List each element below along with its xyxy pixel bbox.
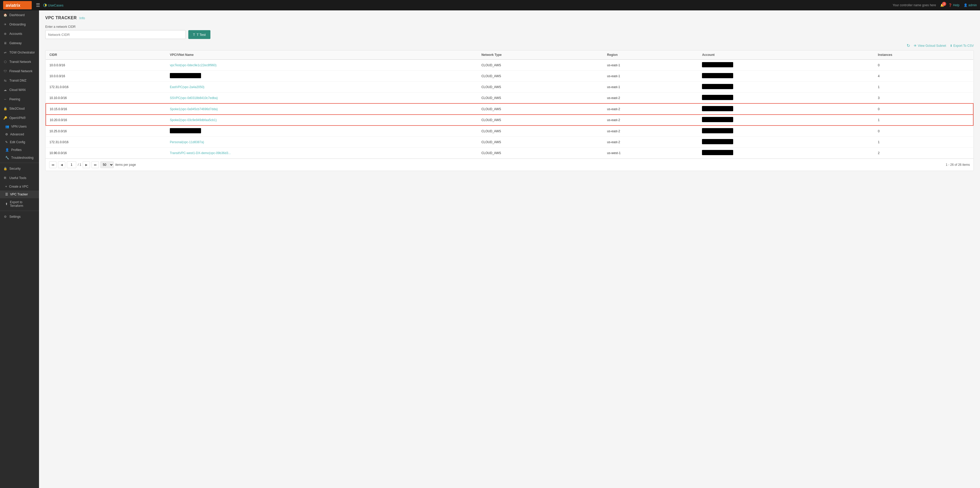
admin-link[interactable]: 👤 admin <box>964 3 977 7</box>
users-icon: 👥 <box>5 125 9 128</box>
hamburger-icon[interactable]: ☰ <box>36 2 40 8</box>
export-csv-button[interactable]: ⬇ Export To CSV <box>950 44 974 48</box>
main-layout: 🏠 Dashboard ✈ Onboarding ⊕ Accounts 🖥 Ga… <box>0 10 980 488</box>
sidebar-item-cloud-wan[interactable]: ☁ Cloud WAN <box>0 85 39 95</box>
cell-instances: 1 <box>874 115 973 126</box>
sidebar-item-profiles[interactable]: 👤 Profiles <box>0 146 39 154</box>
cell-vpc-name[interactable]: TransitVPC-west1-DX-demo(vpc-09b36d3... <box>166 147 478 158</box>
page-input[interactable] <box>67 162 76 168</box>
cell-network-type: CLOUD_AWS <box>478 125 603 137</box>
sidebar-item-settings[interactable]: ⚙ Settings <box>0 212 39 222</box>
table-row: 10.15.0.0/16Spoke1(vpc-0a945cb74696d7dda… <box>46 103 973 115</box>
sidebar-item-create-vpc[interactable]: + Create a VPC <box>0 183 39 190</box>
house-icon: 🏠 <box>3 13 7 17</box>
cell-vpc-name <box>166 71 478 82</box>
table-row: 10.25.0.0/16CLOUD_AWSus-east-20 <box>46 125 973 137</box>
cell-cidr: 10.10.0.0/16 <box>46 92 166 104</box>
shield-icon: 🛡 <box>3 69 7 73</box>
arrows-icon: ↔ <box>3 97 7 101</box>
cell-vpc-name[interactable]: vpcTest(vpc-0dec9e1c22ec8f960) <box>166 60 478 71</box>
sidebar-item-accounts[interactable]: ⊕ Accounts <box>0 29 39 38</box>
transit-icon: ⇆ <box>3 78 7 82</box>
items-per-page-select[interactable]: 50 25 100 <box>100 162 114 168</box>
cell-cidr: 10.20.0.0/16 <box>46 115 166 126</box>
total-pages: / 1 <box>78 163 81 166</box>
svg-text:aviatrix: aviatrix <box>6 3 20 8</box>
cell-cidr: 10.90.0.0/16 <box>46 147 166 158</box>
prev-page-button[interactable]: ◀ <box>58 162 65 168</box>
sidebar-item-onboarding[interactable]: ✈ Onboarding <box>0 20 39 29</box>
info-link[interactable]: Info <box>80 16 85 20</box>
cell-account <box>698 82 874 92</box>
help-link[interactable]: ❓ Help <box>948 3 959 7</box>
sidebar-item-useful-tools[interactable]: 🛠 Useful Tools <box>0 173 39 183</box>
cidr-input[interactable] <box>45 30 186 39</box>
first-page-button[interactable]: ⏮ <box>49 162 56 168</box>
main-content: VPC TRACKER Info Enter a network CIDR T … <box>39 10 980 488</box>
vpc-table: CIDR VPC/VNet Name Network Type Region A… <box>46 51 974 158</box>
logo[interactable]: aviatrix <box>3 1 32 10</box>
cell-region: us-east-1 <box>603 71 698 82</box>
sidebar-item-openvpn[interactable]: 🔑 OpenVPN® <box>0 113 39 123</box>
cidr-row: T T Test <box>45 30 974 39</box>
controller-name: Your controller name goes here <box>892 3 936 7</box>
test-button[interactable]: T T Test <box>188 30 210 39</box>
col-account: Account <box>698 51 874 60</box>
cell-instances: 1 <box>874 82 973 92</box>
next-page-button[interactable]: ▶ <box>83 162 90 168</box>
sidebar-item-tgw-orchestrator[interactable]: ⇌ TGW Orchestrator <box>0 48 39 57</box>
view-gcloud-button[interactable]: 👁 View Gcloud Subnet <box>914 44 946 48</box>
gear-icon: ⚙ <box>5 133 8 136</box>
sidebar-item-security[interactable]: 🔒 Security <box>0 164 39 173</box>
table-row: 10.0.0.0/16CLOUD_AWSus-east-14 <box>46 71 973 82</box>
sidebar-item-firewall-network[interactable]: 🛡 Firewall Network <box>0 67 39 76</box>
sidebar: 🏠 Dashboard ✈ Onboarding ⊕ Accounts 🖥 Ga… <box>0 10 39 488</box>
sidebar-item-dashboard[interactable]: 🏠 Dashboard <box>0 10 39 20</box>
cell-vpc-name[interactable]: Spoke2(vpc-03c9e949dbfaa5cb1) <box>166 115 478 126</box>
sidebar-item-advanced[interactable]: ⚙ Advanced <box>0 130 39 138</box>
table-row: 172.31.0.0/16Personal(vpc-11d8387a)CLOUD… <box>46 137 973 147</box>
refresh-button[interactable]: ↻ <box>907 43 910 48</box>
security-icon: 🔒 <box>3 166 7 171</box>
sidebar-item-site2cloud[interactable]: 🔒 Site2Cloud <box>0 104 39 113</box>
sidebar-item-edit-config[interactable]: ✎ Edit Config <box>0 138 39 146</box>
cell-network-type: CLOUD_AWS <box>478 103 603 115</box>
table-row: 172.31.0.0/16EastVPC(vpc-2a4a2050)CLOUD_… <box>46 82 973 92</box>
cell-region: us-east-2 <box>603 92 698 104</box>
last-page-button[interactable]: ⏭ <box>92 162 99 168</box>
edit-icon: ✎ <box>5 140 8 144</box>
notification-bell[interactable]: 🔔 2 <box>940 3 944 7</box>
cell-account <box>698 147 874 158</box>
cell-account <box>698 125 874 137</box>
sidebar-item-peering[interactable]: ↔ Peering <box>0 95 39 104</box>
network-icon: ⬡ <box>3 60 7 64</box>
cell-instances: 0 <box>874 125 973 137</box>
sidebar-item-troubleshooting[interactable]: 🔧 Troubleshooting <box>0 154 39 162</box>
tgw-icon: ⇌ <box>3 51 7 55</box>
svg-text:💡: 💡 <box>44 4 47 7</box>
sidebar-item-transit-dmz[interactable]: ⇆ Transit DMZ <box>0 76 39 85</box>
form-label: Enter a network CIDR <box>45 25 974 29</box>
sidebar-item-gateway[interactable]: 🖥 Gateway <box>0 38 39 48</box>
cell-vpc-name[interactable]: Personal(vpc-11d8387a) <box>166 137 478 147</box>
cell-vpc-name[interactable]: SSVPC(vpc-0d0318b8410c7edba) <box>166 92 478 104</box>
sidebar-item-vpn-users[interactable]: 👥 VPN Users <box>0 123 39 130</box>
cell-vpc-name[interactable]: EastVPC(vpc-2a4a2050) <box>166 82 478 92</box>
sidebar-item-export-terraform[interactable]: ⬆ Export to Terraform <box>0 198 39 210</box>
cell-account <box>698 92 874 104</box>
cell-account <box>698 71 874 82</box>
cell-account <box>698 137 874 147</box>
sidebar-item-transit-network[interactable]: ⬡ Transit Network <box>0 57 39 67</box>
sidebar-item-vpc-tracker[interactable]: ☰ VPC Tracker <box>0 190 39 198</box>
cell-instances: 2 <box>874 147 973 158</box>
use-cases-link[interactable]: 💡 UseCases <box>43 3 64 7</box>
lock-icon: 🔒 <box>3 106 7 111</box>
plus-icon: + <box>5 185 7 189</box>
cell-cidr: 10.0.0.0/16 <box>46 60 166 71</box>
col-network-type: Network Type <box>478 51 603 60</box>
cell-account <box>698 103 874 115</box>
key-icon: 🔑 <box>3 116 7 120</box>
cell-vpc-name[interactable]: Spoke1(vpc-0a945cb74696d7dda) <box>166 103 478 115</box>
table-row: 10.10.0.0/16SSVPC(vpc-0d0318b8410c7edba)… <box>46 92 973 104</box>
cloud-icon: ☁ <box>3 88 7 92</box>
